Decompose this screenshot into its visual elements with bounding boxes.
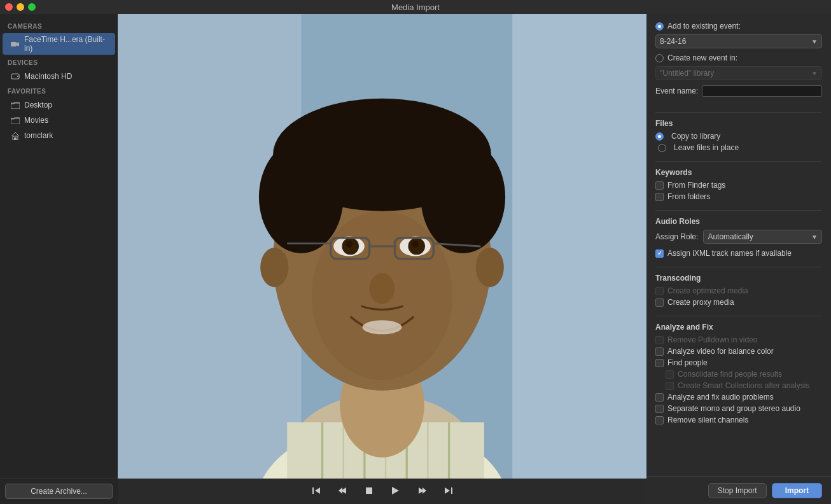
- analyze-balance-row: Analyze video for balance color: [655, 347, 822, 356]
- svg-point-26: [260, 248, 288, 287]
- minimize-button[interactable]: [17, 3, 24, 11]
- create-smart-checkbox[interactable]: [666, 382, 674, 390]
- assign-ixml-checkbox[interactable]: [655, 249, 664, 258]
- assign-role-value: Automatically: [708, 232, 753, 241]
- remove-silent-checkbox[interactable]: [655, 416, 664, 424]
- remove-silent-row: Remove silent channels: [655, 416, 822, 424]
- files-section-title: Files: [655, 119, 822, 128]
- create-optimized-label: Create optimized media: [667, 286, 748, 295]
- svg-rect-7: [14, 137, 17, 140]
- right-panel-wrapper: Add to existing event: 8-24-16 ▼ Create …: [646, 14, 831, 504]
- create-archive-button[interactable]: Create Archive...: [5, 484, 113, 499]
- analyze-audio-checkbox[interactable]: [655, 393, 664, 402]
- leave-files-radio[interactable]: [658, 144, 666, 152]
- separate-mono-checkbox[interactable]: [655, 405, 664, 413]
- devices-section-label: DEVICES: [0, 55, 118, 69]
- maximize-button[interactable]: [28, 3, 36, 11]
- assign-ixml-label: Assign iXML track names if available: [667, 249, 792, 258]
- create-smart-row: Create Smart Collections after analysis: [666, 381, 822, 390]
- svg-marker-47: [392, 487, 399, 494]
- new-event-library-value: "Untitled" library: [660, 69, 714, 78]
- stop-button[interactable]: [361, 484, 377, 499]
- sidebar-item-facetime[interactable]: FaceTime H...era (Built-in): [3, 33, 115, 55]
- divider-2: [655, 161, 822, 162]
- skip-to-end-button[interactable]: [440, 484, 457, 500]
- import-button[interactable]: Import: [772, 483, 822, 498]
- add-existing-event-row: Add to existing event:: [655, 22, 822, 31]
- svg-rect-51: [451, 487, 452, 494]
- sidebar: CAMERAS FaceTime H...era (Built-in) DEVI…: [0, 14, 118, 504]
- titlebar-buttons: [5, 3, 36, 11]
- consolidate-row: Consolidate find people results: [666, 370, 822, 379]
- assign-role-row: Assign Role: Automatically ▼: [655, 230, 822, 244]
- divider-4: [655, 267, 822, 267]
- create-proxy-checkbox[interactable]: [655, 298, 664, 307]
- copy-to-library-radio[interactable]: [655, 132, 664, 141]
- sidebar-facetime-label: FaceTime H...era (Built-in): [24, 35, 108, 53]
- new-library-chevron-icon: ▼: [811, 70, 818, 77]
- create-smart-label: Create Smart Collections after analysis: [678, 381, 809, 390]
- assign-ixml-row: Assign iXML track names if available: [655, 249, 822, 258]
- analyze-audio-row: Analyze and fix audio problems: [655, 393, 822, 402]
- skip-to-beginning-button[interactable]: [308, 484, 325, 500]
- assign-role-label: Assign Role:: [655, 232, 698, 241]
- transcoding-section-title: Transcoding: [655, 274, 822, 283]
- svg-point-27: [476, 248, 504, 287]
- from-folders-checkbox[interactable]: [655, 193, 664, 201]
- find-people-row: Find people: [655, 358, 822, 367]
- remove-pulldown-checkbox[interactable]: [655, 336, 664, 344]
- favorites-section-label: FAVORITES: [0, 84, 118, 97]
- stop-import-button[interactable]: Stop Import: [708, 483, 767, 498]
- separate-mono-label: Separate mono and group stereo audio: [667, 404, 800, 413]
- preview-area: [118, 14, 646, 504]
- svg-marker-45: [339, 487, 342, 494]
- assign-role-dropdown[interactable]: Automatically ▼: [703, 230, 822, 244]
- add-existing-label: Add to existing event:: [667, 22, 741, 31]
- consolidate-label: Consolidate find people results: [678, 370, 782, 379]
- consolidate-checkbox[interactable]: [666, 370, 674, 379]
- create-optimized-checkbox[interactable]: [655, 287, 664, 295]
- video-controls: [118, 479, 646, 504]
- create-new-event-row: Create new event in:: [655, 53, 822, 62]
- remove-pulldown-label: Remove Pulldown in video: [667, 335, 757, 344]
- close-button[interactable]: [5, 3, 13, 11]
- event-name-row: Event name:: [655, 85, 822, 97]
- play-button[interactable]: [387, 484, 403, 500]
- bottom-buttons: Stop Import Import: [646, 476, 831, 504]
- sidebar-bottom: Create Archive...: [0, 478, 118, 504]
- existing-event-dropdown[interactable]: 8-24-16 ▼: [655, 34, 822, 48]
- sidebar-item-desktop[interactable]: Desktop: [3, 98, 115, 112]
- create-optimized-row: Create optimized media: [655, 286, 822, 295]
- sidebar-item-tomclark[interactable]: tomclark: [3, 129, 115, 143]
- svg-point-41: [312, 211, 452, 380]
- video-preview: [118, 14, 646, 479]
- find-people-checkbox[interactable]: [655, 359, 664, 367]
- event-name-input[interactable]: [702, 85, 822, 97]
- home-folder-icon: [10, 130, 20, 141]
- step-forward-button[interactable]: [414, 484, 430, 500]
- window-title: Media Import: [391, 3, 440, 12]
- event-name-label: Event name:: [655, 87, 698, 95]
- analyze-balance-checkbox[interactable]: [655, 347, 664, 356]
- sidebar-macintosh-label: Macintosh HD: [24, 72, 72, 81]
- right-panel: Add to existing event: 8-24-16 ▼ Create …: [646, 14, 831, 504]
- svg-marker-50: [445, 487, 450, 494]
- sidebar-item-macintosh-hd[interactable]: Macintosh HD: [3, 69, 115, 83]
- create-proxy-label: Create proxy media: [667, 298, 734, 307]
- new-event-library-dropdown[interactable]: "Untitled" library ▼: [655, 66, 822, 80]
- sidebar-movies-label: Movies: [24, 116, 48, 125]
- add-existing-radio[interactable]: [655, 22, 664, 31]
- main-content: CAMERAS FaceTime H...era (Built-in) DEVI…: [0, 14, 831, 504]
- finder-tags-checkbox[interactable]: [655, 181, 664, 190]
- create-new-radio[interactable]: [655, 54, 664, 62]
- sidebar-item-movies[interactable]: Movies: [3, 113, 115, 127]
- divider-1: [655, 112, 822, 113]
- divider-5: [655, 316, 822, 316]
- remove-silent-label: Remove silent channels: [667, 416, 748, 424]
- assign-role-chevron-icon: ▼: [811, 234, 818, 241]
- step-back-button[interactable]: [335, 484, 351, 500]
- cameras-section-label: CAMERAS: [0, 19, 118, 32]
- divider-3: [655, 210, 822, 211]
- svg-point-3: [17, 76, 18, 77]
- audio-roles-section-title: Audio Roles: [655, 217, 822, 226]
